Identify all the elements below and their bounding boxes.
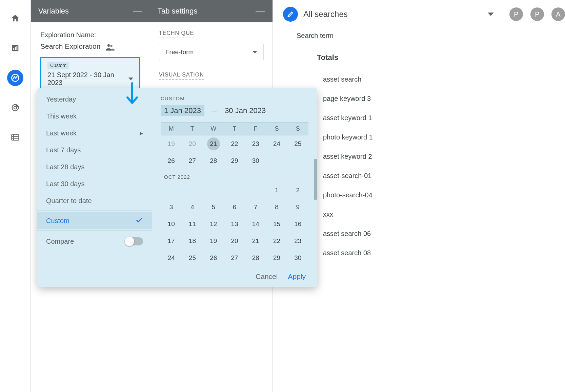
reports-icon[interactable] [7, 40, 23, 56]
range-start-input[interactable]: 1 Jan 2023 [161, 105, 204, 116]
technique-value: Free-form [165, 48, 194, 56]
preset-last-30-days[interactable]: Last 30 days [37, 175, 152, 192]
preset-last-28-days[interactable]: Last 28 days [37, 158, 152, 175]
avatar[interactable]: P [509, 7, 523, 21]
results-list: asset searchpage keyword 3asset keyword … [283, 75, 565, 268]
calendar-day[interactable]: 22 [266, 233, 287, 249]
svg-rect-1 [13, 48, 14, 50]
exploration-name-value[interactable]: Search Exploration [40, 42, 100, 50]
variables-header: Variables — [31, 0, 150, 22]
calendar-day[interactable]: 2 [287, 182, 308, 199]
calendar-day[interactable]: 11 [182, 216, 203, 233]
table-row[interactable]: 15asset search 08 [297, 249, 565, 257]
chevron-right-icon: ▸ [140, 129, 143, 137]
table-row[interactable]: page keyword 3 [297, 95, 565, 103]
calendar-day[interactable]: 23 [245, 135, 266, 152]
edit-segment-button[interactable] [283, 7, 298, 22]
admin-icon[interactable] [7, 129, 23, 146]
calendar-day[interactable]: 24 [161, 249, 182, 266]
calendar-day[interactable]: 21 [203, 135, 224, 152]
separator [37, 211, 152, 211]
cancel-button[interactable]: Cancel [256, 273, 278, 281]
calendar-day[interactable]: 7 [245, 199, 266, 216]
compare-toggle[interactable] [125, 237, 143, 245]
calendar-day[interactable]: 30 [287, 249, 308, 266]
calendar-day[interactable]: 13 [224, 216, 245, 233]
svg-point-6 [14, 106, 17, 109]
minimize-icon[interactable]: — [256, 6, 265, 16]
svg-rect-2 [15, 47, 16, 50]
calendar-day[interactable]: 8 [266, 199, 287, 216]
calendar-day[interactable]: 19 [203, 233, 224, 249]
minimize-icon[interactable]: — [133, 6, 142, 16]
table-row[interactable]: asset keyword 1 [297, 114, 565, 122]
calendar-day[interactable]: 18 [182, 233, 203, 249]
calendar-day[interactable]: 28 [245, 249, 266, 266]
calendar-day[interactable]: 28 [203, 152, 224, 169]
calendar-day[interactable]: 25 [182, 249, 203, 266]
calendar-day[interactable]: 21 [245, 233, 266, 249]
calendar-day[interactable]: 27 [224, 249, 245, 266]
calendar-day[interactable]: 9 [287, 199, 308, 216]
calendar-day[interactable]: 22 [224, 135, 245, 152]
apply-button[interactable]: Apply [288, 273, 306, 281]
calendar-day[interactable]: 17 [161, 233, 182, 249]
calendar-day[interactable]: 14 [245, 216, 266, 233]
table-row[interactable]: xxx [297, 211, 565, 218]
range-end-input[interactable]: 30 Jan 2023 [225, 106, 266, 115]
segment-title[interactable]: All searches [303, 9, 482, 19]
explore-icon[interactable] [7, 70, 23, 86]
calendar-day[interactable]: 19 [161, 135, 182, 152]
preset-last-7-days[interactable]: Last 7 days [37, 141, 152, 158]
table-row[interactable]: asset search 06 [297, 230, 565, 238]
table-row[interactable]: asset keyword 2 [297, 153, 565, 160]
scrollbar[interactable] [314, 159, 317, 200]
calendar-day[interactable]: 4 [182, 199, 203, 216]
calendar-day[interactable]: 24 [266, 135, 287, 152]
popup-footer: Cancel Apply [37, 266, 317, 287]
calendar-day[interactable]: 23 [287, 233, 308, 249]
calendar-day[interactable]: 15 [266, 216, 287, 233]
avatar[interactable]: A [551, 7, 565, 21]
table-row[interactable]: asset search [297, 75, 565, 83]
preset-custom[interactable]: Custom [37, 212, 152, 229]
calendar-day[interactable]: 12 [203, 216, 224, 233]
calendar-day[interactable]: 5 [203, 199, 224, 216]
calendar-day[interactable]: 10 [161, 216, 182, 233]
technique-select[interactable]: Free-form [159, 43, 264, 61]
calendar-day [224, 182, 245, 199]
calendar-day[interactable]: 29 [224, 152, 245, 169]
calendar-day[interactable]: 20 [182, 135, 203, 152]
calendar-day[interactable]: 26 [203, 249, 224, 266]
search-term: page keyword 3 [323, 95, 371, 103]
chevron-down-icon[interactable] [488, 13, 494, 16]
calendar-day[interactable]: 30 [245, 152, 266, 169]
custom-range-values: 1 Jan 2023 – 30 Jan 2023 [161, 105, 308, 116]
date-range-text: 21 Sept 2022 - 30 Jan 2023 [47, 71, 124, 87]
table-row[interactable]: asset-search-01 [297, 172, 565, 180]
totals-row: Totals [317, 53, 565, 62]
home-icon[interactable] [7, 10, 23, 26]
calendar-day[interactable]: 16 [287, 216, 308, 233]
calendar-day[interactable]: 1 [266, 182, 287, 199]
left-nav [0, 0, 31, 392]
search-term: asset search 06 [323, 230, 371, 238]
preset-this-week[interactable]: This week [37, 108, 152, 125]
table-row[interactable]: photo keyword 1 [297, 133, 565, 141]
calendar-day[interactable]: 6 [224, 199, 245, 216]
calendar-day[interactable]: 20 [224, 233, 245, 249]
advertising-icon[interactable] [7, 100, 23, 116]
avatar[interactable]: P [530, 7, 544, 21]
table-row[interactable]: photo-search-04 [297, 191, 565, 199]
preset-qtd[interactable]: Quarter to date [37, 192, 152, 209]
search-term: asset search 08 [323, 249, 371, 257]
calendar-day[interactable]: 29 [266, 249, 287, 266]
calendar-day[interactable]: 25 [287, 135, 308, 152]
preset-last-week[interactable]: Last week▸ [37, 125, 152, 141]
calendar-day[interactable]: 27 [182, 152, 203, 169]
technique-label: TECHNIQUE [159, 30, 194, 38]
share-icon[interactable] [105, 42, 115, 50]
calendar-day[interactable]: 26 [161, 152, 182, 169]
calendar-day[interactable]: 3 [161, 199, 182, 216]
separator [37, 231, 152, 231]
